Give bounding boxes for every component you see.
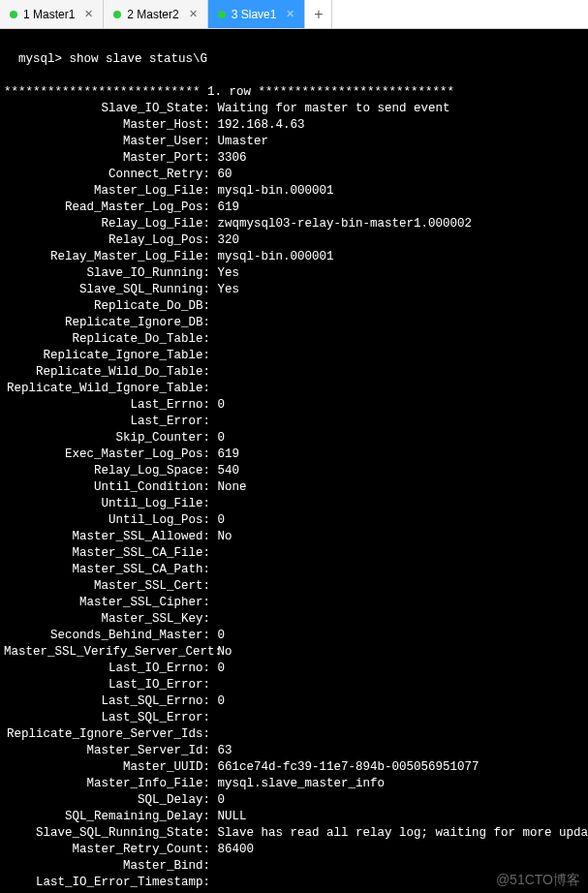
status-key: Connect_Retry: (4, 167, 210, 183)
status-row: Skip_Counter: 0 (4, 430, 584, 446)
status-value: 0 (210, 431, 225, 445)
status-key: Relay_Log_File: (4, 216, 210, 232)
status-key: Replicate_Ignore_Table: (4, 348, 210, 364)
status-key: Last_SQL_Error: (4, 710, 210, 726)
status-key: Slave_IO_State: (4, 101, 210, 117)
status-key: Replicate_Do_Table: (4, 331, 210, 348)
status-key: Replicate_Do_DB: (4, 298, 210, 315)
status-value: 63 (210, 744, 232, 757)
status-value: Yes (210, 266, 239, 280)
plus-icon: + (314, 6, 323, 23)
status-row: Master_Info_File: mysql.slave_master_inf… (4, 776, 584, 792)
status-value: 86400 (210, 843, 254, 856)
status-key: Read_Master_Log_Pos: (4, 200, 210, 216)
status-row: Slave_SQL_Running: Yes (4, 282, 584, 298)
status-row: Until_Condition: None (4, 479, 584, 496)
status-row: Seconds_Behind_Master: 0 (4, 628, 584, 644)
close-icon[interactable]: ✕ (189, 8, 198, 20)
status-value (210, 711, 218, 724)
status-row: Master_Retry_Count: 86400 (4, 842, 584, 858)
watermark: @51CTO博客 (496, 872, 580, 889)
status-value (210, 497, 218, 510)
status-value: mysql-bin.000001 (210, 184, 334, 198)
status-value (210, 859, 218, 873)
status-key: Seconds_Behind_Master: (4, 628, 210, 644)
status-key: Last_IO_Error_Timestamp: (4, 875, 210, 891)
terminal-output[interactable]: mysql> show slave status\G *************… (0, 29, 588, 893)
status-value (210, 678, 218, 692)
status-key: Master_SSL_CA_Path: (4, 562, 210, 578)
status-row: SQL_Remaining_Delay: NULL (4, 809, 584, 825)
status-row: Replicate_Ignore_Server_Ids: (4, 726, 584, 743)
status-row: Slave_IO_State: Waiting for master to se… (4, 101, 584, 117)
status-value: 661ce74d-fc39-11e7-894b-005056951077 (210, 760, 480, 774)
status-row: Relay_Log_Pos: 320 (4, 232, 584, 249)
status-value: Yes (210, 283, 239, 296)
status-key: Last_IO_Errno: (4, 661, 210, 677)
status-key: Slave_IO_Running: (4, 265, 210, 282)
status-value: 0 (210, 398, 225, 412)
status-key: Master_SSL_Verify_Server_Cert: (4, 644, 210, 661)
status-row: Relay_Master_Log_File: mysql-bin.000001 (4, 249, 584, 265)
status-key: Exec_Master_Log_Pos: (4, 446, 210, 463)
tab-master2[interactable]: 2 Master2 ✕ (104, 0, 207, 28)
status-row: Replicate_Ignore_DB: (4, 315, 584, 331)
status-value (210, 332, 218, 346)
status-row: Last_Error: (4, 414, 584, 430)
status-value: 192.168.4.63 (210, 118, 305, 132)
status-value: No (210, 645, 232, 659)
status-row: Relay_Log_File: zwqmysql03-relay-bin-mas… (4, 216, 584, 232)
status-row: Relay_Log_Space: 540 (4, 463, 584, 479)
tab-slave1[interactable]: 3 Slave1 ✕ (208, 0, 306, 28)
status-value (210, 349, 218, 362)
status-key: Master_Server_Id: (4, 743, 210, 759)
status-value: 0 (210, 694, 225, 708)
status-value: zwqmysql03-relay-bin-master1.000002 (210, 217, 472, 231)
status-key: Replicate_Ignore_DB: (4, 315, 210, 331)
status-row: Replicate_Do_Table: (4, 331, 584, 348)
tab-label: 2 Master2 (127, 8, 178, 21)
status-value: 540 (210, 464, 239, 477)
tab-master1[interactable]: 1 Master1 ✕ (0, 0, 104, 28)
add-tab-button[interactable]: + (305, 0, 332, 28)
status-key: Until_Log_Pos: (4, 512, 210, 529)
status-key: Master_Info_File: (4, 776, 210, 792)
status-row: Master_Server_Id: 63 (4, 743, 584, 759)
status-row: Master_Log_File: mysql-bin.000001 (4, 183, 584, 200)
status-key: Master_SSL_Key: (4, 611, 210, 628)
status-key: Last_IO_Error: (4, 677, 210, 693)
status-row: Master_SSL_Key: (4, 611, 584, 628)
status-value: NULL (210, 810, 247, 823)
status-key: Master_SSL_Allowed: (4, 529, 210, 545)
status-key: Replicate_Wild_Ignore_Table: (4, 381, 210, 397)
status-key: Master_Port: (4, 150, 210, 167)
status-value: 619 (210, 200, 239, 214)
status-row: Slave_SQL_Running_State: Slave has read … (4, 825, 584, 842)
status-key: Master_SSL_CA_File: (4, 545, 210, 562)
status-row: Slave_IO_Running: Yes (4, 265, 584, 282)
status-row: Last_SQL_Error: (4, 710, 584, 726)
status-value: mysql.slave_master_info (210, 777, 385, 790)
status-value (210, 596, 218, 609)
status-value (210, 612, 218, 626)
prompt-line: mysql> show slave status\G (18, 52, 207, 66)
status-value: mysql-bin.000001 (210, 250, 334, 263)
status-row: Master_Port: 3306 (4, 150, 584, 167)
close-icon[interactable]: ✕ (84, 8, 93, 20)
status-value: No (210, 530, 232, 543)
status-key: Master_Bind: (4, 858, 210, 875)
status-row: Replicate_Ignore_Table: (4, 348, 584, 364)
status-value: 320 (210, 233, 239, 247)
status-row: Connect_Retry: 60 (4, 167, 584, 183)
status-row: Read_Master_Log_Pos: 619 (4, 200, 584, 216)
status-dot-icon (113, 11, 121, 18)
status-key: Master_Host: (4, 117, 210, 134)
status-value (210, 563, 218, 576)
status-row: Replicate_Wild_Ignore_Table: (4, 381, 584, 397)
status-value: Slave has read all relay log; waiting fo… (210, 826, 588, 840)
status-value (210, 876, 218, 889)
close-icon[interactable]: ✕ (286, 8, 294, 20)
status-value: Waiting for master to send event (210, 102, 450, 115)
tab-bar: 1 Master1 ✕ 2 Master2 ✕ 3 Slave1 ✕ + (0, 0, 588, 29)
status-row: Last_SQL_Errno: 0 (4, 693, 584, 710)
